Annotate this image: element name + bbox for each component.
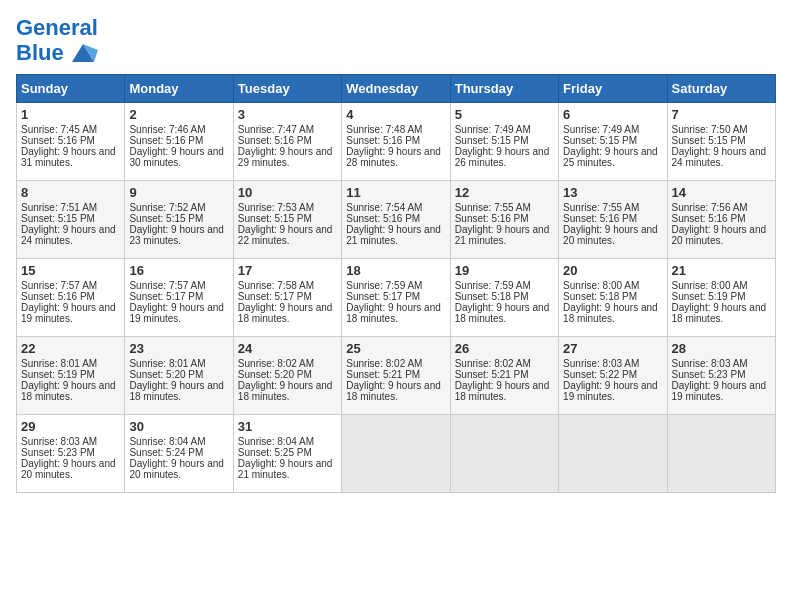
daylight-text: Daylight: 9 hours and 20 minutes. — [563, 224, 658, 246]
sunrise-text: Sunrise: 7:56 AM — [672, 202, 748, 213]
daylight-text: Daylight: 9 hours and 24 minutes. — [672, 146, 767, 168]
sunrise-text: Sunrise: 7:51 AM — [21, 202, 97, 213]
sunset-text: Sunset: 5:20 PM — [129, 369, 203, 380]
daylight-text: Daylight: 9 hours and 18 minutes. — [563, 302, 658, 324]
sunset-text: Sunset: 5:19 PM — [672, 291, 746, 302]
sunrise-text: Sunrise: 7:52 AM — [129, 202, 205, 213]
sunset-text: Sunset: 5:24 PM — [129, 447, 203, 458]
sunrise-text: Sunrise: 8:01 AM — [129, 358, 205, 369]
sunrise-text: Sunrise: 7:57 AM — [21, 280, 97, 291]
sunrise-text: Sunrise: 8:04 AM — [129, 436, 205, 447]
sunset-text: Sunset: 5:17 PM — [238, 291, 312, 302]
calendar-cell: 25Sunrise: 8:02 AMSunset: 5:21 PMDayligh… — [342, 337, 450, 415]
daylight-text: Daylight: 9 hours and 18 minutes. — [455, 302, 550, 324]
day-number: 30 — [129, 419, 228, 434]
calendar-cell — [667, 415, 775, 493]
week-row-4: 22Sunrise: 8:01 AMSunset: 5:19 PMDayligh… — [17, 337, 776, 415]
daylight-text: Daylight: 9 hours and 21 minutes. — [238, 458, 333, 480]
calendar-cell: 1Sunrise: 7:45 AMSunset: 5:16 PMDaylight… — [17, 103, 125, 181]
daylight-text: Daylight: 9 hours and 20 minutes. — [21, 458, 116, 480]
week-row-5: 29Sunrise: 8:03 AMSunset: 5:23 PMDayligh… — [17, 415, 776, 493]
sunset-text: Sunset: 5:15 PM — [129, 213, 203, 224]
week-row-1: 1Sunrise: 7:45 AMSunset: 5:16 PMDaylight… — [17, 103, 776, 181]
day-number: 2 — [129, 107, 228, 122]
sunset-text: Sunset: 5:23 PM — [21, 447, 95, 458]
sunset-text: Sunset: 5:15 PM — [238, 213, 312, 224]
sunrise-text: Sunrise: 7:58 AM — [238, 280, 314, 291]
sunset-text: Sunset: 5:22 PM — [563, 369, 637, 380]
calendar-cell: 4Sunrise: 7:48 AMSunset: 5:16 PMDaylight… — [342, 103, 450, 181]
calendar-cell: 26Sunrise: 8:02 AMSunset: 5:21 PMDayligh… — [450, 337, 558, 415]
sunrise-text: Sunrise: 7:47 AM — [238, 124, 314, 135]
calendar-cell: 22Sunrise: 8:01 AMSunset: 5:19 PMDayligh… — [17, 337, 125, 415]
calendar-cell: 8Sunrise: 7:51 AMSunset: 5:15 PMDaylight… — [17, 181, 125, 259]
calendar-cell: 21Sunrise: 8:00 AMSunset: 5:19 PMDayligh… — [667, 259, 775, 337]
sunset-text: Sunset: 5:16 PM — [346, 213, 420, 224]
daylight-text: Daylight: 9 hours and 20 minutes. — [129, 458, 224, 480]
calendar-cell: 18Sunrise: 7:59 AMSunset: 5:17 PMDayligh… — [342, 259, 450, 337]
weekday-row: SundayMondayTuesdayWednesdayThursdayFrid… — [17, 75, 776, 103]
sunset-text: Sunset: 5:16 PM — [346, 135, 420, 146]
calendar-cell: 29Sunrise: 8:03 AMSunset: 5:23 PMDayligh… — [17, 415, 125, 493]
weekday-header-saturday: Saturday — [667, 75, 775, 103]
sunset-text: Sunset: 5:16 PM — [129, 135, 203, 146]
sunrise-text: Sunrise: 8:02 AM — [346, 358, 422, 369]
sunrise-text: Sunrise: 7:59 AM — [455, 280, 531, 291]
day-number: 5 — [455, 107, 554, 122]
day-number: 25 — [346, 341, 445, 356]
week-row-3: 15Sunrise: 7:57 AMSunset: 5:16 PMDayligh… — [17, 259, 776, 337]
day-number: 10 — [238, 185, 337, 200]
calendar-cell: 3Sunrise: 7:47 AMSunset: 5:16 PMDaylight… — [233, 103, 341, 181]
day-number: 26 — [455, 341, 554, 356]
calendar-cell: 16Sunrise: 7:57 AMSunset: 5:17 PMDayligh… — [125, 259, 233, 337]
day-number: 23 — [129, 341, 228, 356]
calendar-cell: 23Sunrise: 8:01 AMSunset: 5:20 PMDayligh… — [125, 337, 233, 415]
sunrise-text: Sunrise: 7:57 AM — [129, 280, 205, 291]
sunset-text: Sunset: 5:23 PM — [672, 369, 746, 380]
day-number: 12 — [455, 185, 554, 200]
daylight-text: Daylight: 9 hours and 19 minutes. — [129, 302, 224, 324]
day-number: 29 — [21, 419, 120, 434]
daylight-text: Daylight: 9 hours and 18 minutes. — [455, 380, 550, 402]
calendar-cell: 19Sunrise: 7:59 AMSunset: 5:18 PMDayligh… — [450, 259, 558, 337]
daylight-text: Daylight: 9 hours and 31 minutes. — [21, 146, 116, 168]
day-number: 27 — [563, 341, 662, 356]
day-number: 6 — [563, 107, 662, 122]
daylight-text: Daylight: 9 hours and 20 minutes. — [672, 224, 767, 246]
daylight-text: Daylight: 9 hours and 18 minutes. — [129, 380, 224, 402]
sunrise-text: Sunrise: 8:00 AM — [563, 280, 639, 291]
daylight-text: Daylight: 9 hours and 30 minutes. — [129, 146, 224, 168]
sunset-text: Sunset: 5:19 PM — [21, 369, 95, 380]
sunset-text: Sunset: 5:21 PM — [455, 369, 529, 380]
sunrise-text: Sunrise: 8:03 AM — [672, 358, 748, 369]
sunrise-text: Sunrise: 7:59 AM — [346, 280, 422, 291]
sunset-text: Sunset: 5:21 PM — [346, 369, 420, 380]
sunset-text: Sunset: 5:15 PM — [672, 135, 746, 146]
daylight-text: Daylight: 9 hours and 19 minutes. — [563, 380, 658, 402]
calendar-container: General Blue SundayMondayTuesdayWednesda… — [0, 0, 792, 501]
day-number: 4 — [346, 107, 445, 122]
sunrise-text: Sunrise: 7:55 AM — [455, 202, 531, 213]
sunrise-text: Sunrise: 7:54 AM — [346, 202, 422, 213]
logo-icon — [68, 40, 98, 66]
sunset-text: Sunset: 5:15 PM — [455, 135, 529, 146]
calendar-body: 1Sunrise: 7:45 AMSunset: 5:16 PMDaylight… — [17, 103, 776, 493]
calendar-cell: 13Sunrise: 7:55 AMSunset: 5:16 PMDayligh… — [559, 181, 667, 259]
sunset-text: Sunset: 5:16 PM — [21, 291, 95, 302]
sunrise-text: Sunrise: 7:49 AM — [455, 124, 531, 135]
sunrise-text: Sunrise: 8:00 AM — [672, 280, 748, 291]
sunrise-text: Sunrise: 8:03 AM — [21, 436, 97, 447]
calendar-cell: 7Sunrise: 7:50 AMSunset: 5:15 PMDaylight… — [667, 103, 775, 181]
sunset-text: Sunset: 5:16 PM — [21, 135, 95, 146]
daylight-text: Daylight: 9 hours and 23 minutes. — [129, 224, 224, 246]
calendar-cell: 11Sunrise: 7:54 AMSunset: 5:16 PMDayligh… — [342, 181, 450, 259]
day-number: 11 — [346, 185, 445, 200]
sunset-text: Sunset: 5:25 PM — [238, 447, 312, 458]
sunset-text: Sunset: 5:15 PM — [21, 213, 95, 224]
calendar-cell — [559, 415, 667, 493]
day-number: 16 — [129, 263, 228, 278]
calendar-cell: 20Sunrise: 8:00 AMSunset: 5:18 PMDayligh… — [559, 259, 667, 337]
calendar-cell: 14Sunrise: 7:56 AMSunset: 5:16 PMDayligh… — [667, 181, 775, 259]
daylight-text: Daylight: 9 hours and 21 minutes. — [455, 224, 550, 246]
daylight-text: Daylight: 9 hours and 18 minutes. — [21, 380, 116, 402]
